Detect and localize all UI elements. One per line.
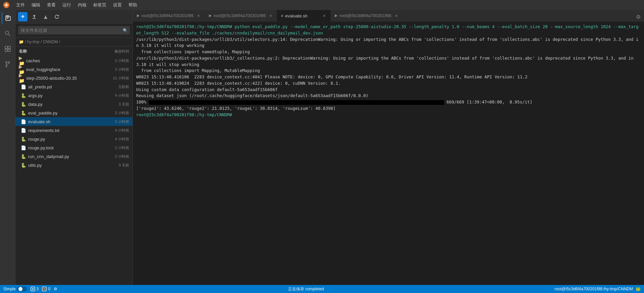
file-time: 4 小时前 <box>115 137 129 142</box>
file-name: rouge.py.lock <box>28 145 115 150</box>
list-item[interactable]: 🐍 args.py 4 小时前 <box>15 91 132 100</box>
file-name: data.py <box>28 102 119 107</box>
svg-point-12 <box>8 62 10 63</box>
statusbar-left: Simple 3 0 ⚙ <box>3 287 57 291</box>
list-item[interactable]: 🐍 utils.py 3 天前 <box>15 161 132 169</box>
terminal[interactable]: root@I5c3d6f4a700201f98:/hy-tmp/CNNDM# p… <box>133 22 644 285</box>
icon-strip-extensions[interactable] <box>2 43 14 55</box>
list-item[interactable]: 🐍 data.py 3 天前 <box>15 100 132 108</box>
tab-close-button[interactable]: × <box>322 13 326 18</box>
menu-edit[interactable]: 编辑 <box>29 1 43 9</box>
file-time: 3 天前 <box>119 163 129 168</box>
tab-label: evaluate.sh <box>285 13 320 18</box>
svg-rect-3 <box>6 17 9 18</box>
menu-kernel[interactable]: 内核 <box>75 1 89 9</box>
file-name: requirements.txt <box>28 128 115 133</box>
tab-close-button[interactable]: × <box>394 13 398 18</box>
file-type-icon: 📄 <box>21 145 26 150</box>
file-name: eval_paddle.py <box>28 111 115 116</box>
sidebar: + 🔍 📁 <box>15 10 133 285</box>
menu-help[interactable]: 帮助 <box>126 1 140 9</box>
tab-settings-icon[interactable]: ⚙ <box>635 12 642 21</box>
svg-rect-1 <box>6 15 9 16</box>
file-name: run_cnn_dailymail.py <box>28 154 115 159</box>
download-button[interactable] <box>41 12 50 21</box>
svg-rect-8 <box>8 46 10 49</box>
icon-strip-files[interactable] <box>2 12 14 24</box>
simple-toggle[interactable] <box>17 287 27 291</box>
list-item[interactable]: ▶ 📁 eval_huggingface 2 小时前 <box>15 65 132 74</box>
icon-strip-git[interactable] <box>2 58 14 70</box>
file-type-icon: 🐍 <box>21 93 26 98</box>
file-type-icon: 📄 <box>21 84 26 89</box>
terminal-content: root@I5c3d6f4a700201f98:/hy-tmp/CNNDM# p… <box>136 24 641 118</box>
list-item[interactable]: ▶ 📁 caches 2 小时前 <box>15 56 132 65</box>
tab-close-button[interactable]: × <box>269 13 273 18</box>
svg-rect-7 <box>5 46 7 49</box>
right-panel: ▶ root@I5c3d6f4a700201f98: × ▶ root@I5c3… <box>133 10 644 285</box>
file-time: 几秒前 <box>118 84 129 89</box>
status-icon: 🐸 <box>636 287 641 291</box>
file-list: ▶ 📁 caches 2 小时前 ▶ 📁 eval_huggingface 2 … <box>15 56 132 285</box>
file-type-icon: 🐍 <box>21 101 26 107</box>
svg-rect-4 <box>6 18 8 19</box>
file-time: 2 小时前 <box>115 119 129 124</box>
tab-label: root@I5c3d6f4a700201f98: <box>142 13 195 18</box>
file-name: utils.py <box>28 163 119 168</box>
file-time: 4 小时前 <box>115 128 129 133</box>
statusbar: Simple 3 0 ⚙ 正在保存 completed root@I5c3d6f… <box>0 285 644 293</box>
file-type-icon: ▶ 📁 <box>19 67 24 72</box>
file-name: step-25000-aistudio-20.35 <box>26 76 113 81</box>
col-name-label: 名称 <box>19 49 27 54</box>
list-item[interactable]: 🐍 rouge.py 4 小时前 <box>15 135 132 143</box>
menu-file[interactable]: 文件 <box>13 1 28 9</box>
tab-tab3[interactable]: ≡ evaluate.sh × <box>277 10 331 21</box>
breadcrumb: 📁 / hy-tmp / CNNDM / <box>15 38 132 47</box>
file-type-icon: ▶ 📁 <box>19 75 24 81</box>
col-time-label: 修改时间 <box>114 49 129 54</box>
file-type-icon: ▶ 📁 <box>19 58 24 63</box>
svg-point-11 <box>6 62 7 63</box>
file-name: caches <box>26 58 115 63</box>
file-name: args.py <box>28 93 115 98</box>
toggle-simple[interactable]: Simple <box>3 287 27 291</box>
tab-tab1[interactable]: ▶ root@I5c3d6f4a700201f98: × <box>133 10 205 21</box>
menu-run[interactable]: 运行 <box>60 1 74 9</box>
tab-close-button[interactable]: × <box>197 13 201 18</box>
menu-tabs[interactable]: 标签页 <box>91 1 109 9</box>
filetree-header: 名称 修改时间 <box>15 47 132 56</box>
list-item[interactable]: 📄 all_preds.pd 几秒前 <box>15 82 132 91</box>
refresh-button[interactable] <box>52 12 62 21</box>
file-name: eval_huggingface <box>26 67 115 72</box>
svg-rect-10 <box>8 49 10 52</box>
file-type-icon: 📄 <box>21 128 26 133</box>
tab-tab4[interactable]: ▶ root@I5c3d6f4a700201f98: × <box>331 10 403 21</box>
file-name: evaluate.sh <box>28 119 115 124</box>
search-input[interactable] <box>18 26 130 34</box>
statusbar-right: root@I5c3d6f4a700201f98:/hy-tmp/CNNDM 🐸 <box>554 287 641 291</box>
menu-settings[interactable]: 设置 <box>110 1 124 9</box>
tab-label: root@I5c3d6f4a700201f98: <box>339 13 392 18</box>
list-item[interactable]: 📄 rouge.py.lock 2 小时前 <box>15 143 132 152</box>
icon-strip-search[interactable] <box>2 27 14 40</box>
status-gear[interactable]: ⚙ <box>54 287 57 291</box>
upload-button[interactable] <box>30 12 39 21</box>
tab-label: root@I5c3d6f4a700201f98: <box>214 13 267 18</box>
file-name: all_preds.pd <box>28 84 118 89</box>
list-item[interactable]: 📄 evaluate.sh 2 小时前 <box>15 117 132 126</box>
menu-view[interactable]: 查看 <box>44 1 58 9</box>
new-file-button[interactable]: + <box>18 12 28 21</box>
sidebar-toolbar: + <box>15 10 132 23</box>
tab-icon: ≡ <box>281 14 283 18</box>
list-item[interactable]: 📄 requirements.txt 4 小时前 <box>15 126 132 135</box>
tab-icon: ▶ <box>335 13 337 18</box>
svg-line-6 <box>8 34 10 36</box>
file-time: 2 小时前 <box>115 58 129 63</box>
list-item[interactable]: 🐍 run_cnn_dailymail.py 2 小时前 <box>15 152 132 161</box>
menu-bar: 文件 编辑 查看 运行 内核 标签页 设置 帮助 <box>0 0 644 10</box>
list-item[interactable]: ▶ 📁 step-25000-aistudio-20.35 11 小时前 <box>15 74 132 82</box>
file-time: 2 小时前 <box>115 67 129 72</box>
tab-tab2[interactable]: ▶ root@I5c3d6f4a700201f98: × <box>205 10 277 21</box>
search-icon: 🔍 <box>123 28 128 33</box>
list-item[interactable]: 🐍 eval_paddle.py 2 小时前 <box>15 108 132 117</box>
